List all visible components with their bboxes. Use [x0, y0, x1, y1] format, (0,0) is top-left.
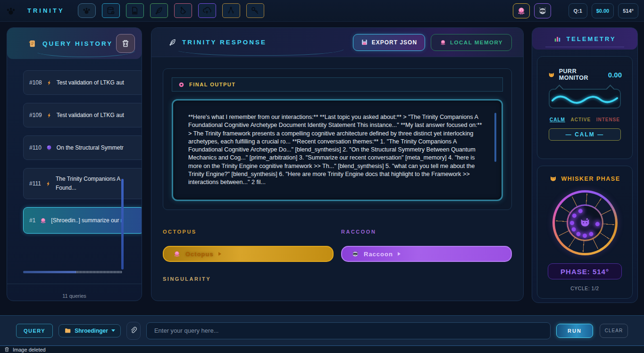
level-calm: CALM: [550, 117, 565, 122]
compass-icon: [226, 6, 235, 15]
profile-dropdown[interactable]: Shroedinger: [59, 324, 121, 337]
paperclip-icon: [129, 327, 137, 335]
bar-chart-icon: [553, 35, 561, 43]
cloud-upload-icon: [202, 6, 211, 15]
clear-history-button[interactable]: [116, 34, 135, 53]
play-icon: [398, 252, 401, 256]
queue-badge: Q:1: [569, 3, 587, 18]
database-icon: [106, 6, 115, 15]
telemetry-panel: TELEMETRY PURR MONITOR 0.00 CALM ACTIVE …: [532, 27, 638, 303]
octopus-icon: [40, 217, 47, 224]
key-icon: [251, 6, 259, 15]
purr-levels: CALM ACTIVE INTENSE: [537, 117, 632, 122]
crystal-ball-icon: [46, 144, 52, 151]
title-underline: [174, 49, 344, 56]
query-history-header: QUERY HISTORY: [7, 28, 142, 59]
cat-icon: [549, 175, 557, 183]
query-text: [Shroedin..] summarize our r: [51, 217, 122, 224]
paw-icon: [82, 6, 91, 15]
query-mode-button[interactable]: QUERY: [16, 324, 53, 338]
query-text: The Trinity Companions A Found...: [56, 175, 138, 192]
phase-readout: PHASE: 514°: [548, 263, 622, 279]
singularity-section-label: SINGULARITY: [163, 276, 334, 282]
app-title: TRINITY: [27, 7, 65, 14]
local-memory-label: LOCAL MEMORY: [450, 40, 503, 45]
test-tube-icon: [178, 6, 187, 15]
octopus-icon: [440, 39, 446, 46]
query-item[interactable]: #111 The Trinity Companions A Found...: [23, 168, 142, 199]
nav-paw-button[interactable]: [78, 3, 96, 18]
octopus-icon: [517, 6, 526, 16]
telemetry-title: TELEMETRY: [566, 35, 616, 42]
nav-cloud-upload-button[interactable]: [198, 3, 216, 18]
history-scrollbar[interactable]: [121, 179, 124, 269]
title-underline: [33, 50, 135, 57]
whisker-phase-card: WHISKER PHASE PHASE: 514° CYCLE: 1/2: [537, 166, 633, 299]
purr-state-button[interactable]: — CALM —: [549, 128, 621, 141]
play-icon: [218, 252, 221, 256]
nav-database-button[interactable]: [102, 3, 120, 18]
feather-icon: [154, 6, 163, 15]
nav-compass-button[interactable]: [222, 3, 240, 18]
final-output-text: **Here's what I remember from our intera…: [188, 113, 485, 185]
floppy-icon: [361, 39, 368, 46]
local-memory-button[interactable]: LOCAL MEMORY: [431, 34, 512, 51]
cat-icon: [548, 71, 555, 79]
final-output-box: **Here's what I remember from our intera…: [172, 99, 503, 201]
query-bar: QUERY Shroedinger RUN CLEAR: [0, 315, 644, 345]
whisker-phase-gauge: [552, 190, 618, 255]
final-output-header: FINAL OUTPUT: [172, 77, 503, 92]
feather-icon: [168, 38, 176, 46]
nav-key-button[interactable]: [246, 3, 264, 18]
query-text: On the Structural Symmetr: [57, 144, 124, 151]
export-json-button[interactable]: EXPORT JSON: [353, 34, 425, 51]
level-intense: INTENSE: [596, 117, 620, 122]
paw-logo-icon: [6, 6, 16, 16]
query-history-panel: QUERY HISTORY #108 Test validation of LT…: [7, 27, 142, 301]
raccoon-agent-button[interactable]: Raccoon: [341, 246, 512, 262]
octopus-avatar-button[interactable]: [513, 3, 530, 18]
raccoon-avatar-button[interactable]: [534, 3, 551, 18]
output-scrollbar[interactable]: [494, 113, 496, 162]
status-text: Image deleted: [13, 347, 46, 353]
status-bar: Image deleted: [0, 345, 644, 353]
level-active: ACTIVE: [570, 117, 591, 122]
profile-name: Shroedinger: [75, 328, 108, 334]
top-nav: [78, 3, 264, 18]
run-button[interactable]: RUN: [556, 324, 593, 338]
final-output-card: FINAL OUTPUT **Here's what I remember fr…: [163, 68, 512, 210]
final-output-title: FINAL OUTPUT: [189, 82, 235, 87]
purple-cat-icon: [579, 217, 591, 229]
folder-icon: [64, 327, 71, 334]
query-id: #110: [29, 144, 42, 151]
nav-document-button[interactable]: [126, 3, 144, 18]
query-item-selected[interactable]: #1 [Shroedin..] summarize our r: [23, 207, 142, 234]
query-history-title: QUERY HISTORY: [42, 40, 113, 47]
title-underline: [545, 47, 624, 47]
query-item[interactable]: #108 Test validation of LTKG aut: [23, 70, 142, 95]
response-header: TRINITY RESPONSE EXPORT JSON LOCAL MEMOR…: [151, 28, 523, 57]
query-count: 11 queries: [7, 293, 142, 299]
query-id: #109: [29, 112, 42, 118]
cost-badge: $0.00: [592, 3, 614, 18]
attach-button[interactable]: [126, 322, 141, 340]
response-panel: TRINITY RESPONSE EXPORT JSON LOCAL MEMOR…: [151, 27, 524, 301]
query-text: Test validation of LTKG aut: [57, 112, 124, 118]
nav-test-tube-button[interactable]: [174, 3, 192, 18]
cycle-readout: CYCLE: 1/2: [537, 286, 632, 291]
octopus-section-label: OCTOPUS: [163, 229, 334, 235]
purr-wave-chart: [549, 89, 621, 109]
raccoon-icon: [351, 250, 359, 258]
lightning-icon: [46, 80, 52, 86]
query-id: #1: [29, 217, 35, 224]
history-horizontal-scrollbar[interactable]: [23, 271, 122, 273]
octopus-agent-button[interactable]: Octopus: [163, 246, 334, 262]
nav-feather-button[interactable]: [150, 3, 168, 18]
query-input[interactable]: [146, 322, 551, 339]
clear-button[interactable]: CLEAR: [600, 324, 628, 338]
chevron-down-icon: [111, 329, 115, 332]
agent-sections: OCTOPUS Octopus SINGULARITY RACCOON Racc…: [151, 229, 523, 282]
lightning-icon: [46, 112, 52, 118]
query-item[interactable]: #110 On the Structural Symmetr: [23, 135, 142, 160]
query-item[interactable]: #109 Test validation of LTKG aut: [23, 103, 142, 127]
